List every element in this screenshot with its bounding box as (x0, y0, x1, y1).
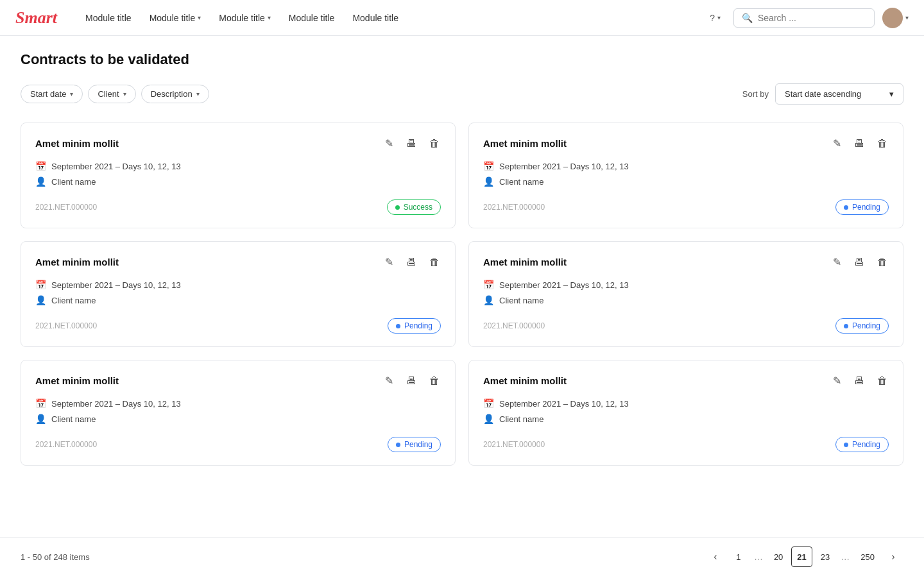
calendar-icon: 📅 (483, 280, 494, 290)
edit-button[interactable]: ✎ (832, 373, 843, 388)
person-icon: 👤 (35, 295, 46, 305)
card-date-row: 📅 September 2021 – Days 10, 12, 13 (35, 161, 441, 171)
badge-dot (396, 443, 400, 447)
contract-card: Amet minim mollit ✎ 🖶 🗑 📅 September 2021… (468, 241, 903, 347)
status-badge: Success (387, 199, 441, 215)
help-chevron-icon: ▾ (717, 14, 721, 21)
help-icon: ? (710, 13, 715, 23)
card-id: 2021.NET.000000 (35, 203, 97, 212)
card-footer: 2021.NET.000000 Pending (483, 318, 889, 334)
card-actions: ✎ 🖶 🗑 (384, 255, 441, 269)
card-date: September 2021 – Days 10, 12, 13 (51, 280, 181, 290)
card-client-row: 👤 Client name (35, 295, 441, 305)
filter-bar: Start date▾Client▾Description▾ Sort by S… (21, 83, 903, 105)
page-content: Contracts to be validated Start date▾Cli… (0, 36, 924, 481)
calendar-icon: 📅 (483, 398, 494, 409)
person-icon: 👤 (483, 414, 494, 424)
badge-dot (395, 205, 400, 210)
card-date-row: 📅 September 2021 – Days 10, 12, 13 (35, 398, 441, 409)
filter-button[interactable]: Client▾ (88, 85, 135, 103)
card-actions: ✎ 🖶 🗑 (384, 136, 441, 151)
sort-wrap: Sort by Start date ascending ▾ (742, 83, 903, 105)
print-button[interactable]: 🖶 (405, 255, 418, 269)
nav-chevron-icon: ▾ (198, 14, 201, 21)
card-id: 2021.NET.000000 (35, 321, 97, 330)
filter-button[interactable]: Start date▾ (21, 85, 83, 103)
calendar-icon: 📅 (35, 398, 46, 409)
delete-button[interactable]: 🗑 (428, 137, 441, 151)
edit-button[interactable]: ✎ (832, 255, 843, 269)
print-button[interactable]: 🖶 (405, 374, 418, 388)
nav-item[interactable]: Module title (78, 9, 139, 27)
delete-button[interactable]: 🗑 (428, 255, 441, 269)
card-meta: 📅 September 2021 – Days 10, 12, 13 👤 Cli… (35, 280, 441, 305)
card-date: September 2021 – Days 10, 12, 13 (51, 162, 181, 171)
filter-label: Description (151, 89, 193, 99)
card-client: Client name (499, 296, 543, 305)
card-id: 2021.NET.000000 (483, 321, 545, 330)
card-client: Client name (51, 414, 96, 424)
delete-button[interactable]: 🗑 (876, 374, 889, 388)
sort-select[interactable]: Start date ascending ▾ (775, 83, 903, 105)
edit-button[interactable]: ✎ (832, 136, 843, 151)
edit-button[interactable]: ✎ (384, 373, 395, 388)
card-meta: 📅 September 2021 – Days 10, 12, 13 👤 Cli… (483, 398, 889, 424)
print-button[interactable]: 🖶 (853, 255, 866, 269)
filter-chevron-icon: ▾ (196, 90, 200, 97)
avatar-wrap[interactable]: ▾ (882, 8, 909, 28)
delete-button[interactable]: 🗑 (876, 137, 889, 151)
delete-button[interactable]: 🗑 (876, 255, 889, 269)
card-client: Client name (499, 414, 543, 424)
search-icon: 🔍 (742, 13, 753, 23)
card-client-row: 👤 Client name (483, 414, 889, 424)
card-footer: 2021.NET.000000 Pending (483, 199, 889, 215)
card-date-row: 📅 September 2021 – Days 10, 12, 13 (483, 398, 889, 409)
filter-chevron-icon: ▾ (70, 90, 73, 97)
filter-label: Client (98, 89, 119, 99)
print-button[interactable]: 🖶 (405, 137, 418, 151)
nav-links: Module titleModule title▾Module title▾Mo… (78, 9, 684, 27)
search-input[interactable] (758, 13, 866, 23)
card-date: September 2021 – Days 10, 12, 13 (499, 162, 629, 171)
card-client: Client name (51, 177, 96, 187)
edit-button[interactable]: ✎ (384, 255, 395, 269)
print-button[interactable]: 🖶 (853, 374, 866, 388)
navbar-right: ? ▾ 🔍 ▾ (705, 8, 909, 28)
person-icon: 👤 (483, 176, 494, 187)
delete-button[interactable]: 🗑 (428, 374, 441, 388)
card-actions: ✎ 🖶 🗑 (384, 373, 441, 388)
person-icon: 👤 (35, 414, 46, 424)
calendar-icon: 📅 (483, 161, 494, 171)
badge-dot (844, 324, 848, 328)
logo[interactable]: Smart (15, 8, 57, 28)
card-client-row: 👤 Client name (35, 414, 441, 424)
card-title: Amet minim mollit (35, 138, 119, 149)
help-button[interactable]: ? ▾ (705, 9, 726, 27)
page-title: Contracts to be validated (21, 51, 903, 68)
print-button[interactable]: 🖶 (853, 137, 866, 151)
card-header: Amet minim mollit ✎ 🖶 🗑 (35, 373, 441, 388)
card-id: 2021.NET.000000 (483, 203, 545, 212)
card-id: 2021.NET.000000 (483, 440, 545, 449)
edit-button[interactable]: ✎ (384, 136, 395, 151)
sort-value: Start date ascending (785, 89, 861, 99)
nav-item[interactable]: Module title▾ (142, 9, 209, 27)
card-title: Amet minim mollit (483, 138, 567, 149)
card-actions: ✎ 🖶 🗑 (832, 373, 889, 388)
card-client-row: 👤 Client name (483, 176, 889, 187)
card-footer: 2021.NET.000000 Success (35, 199, 441, 215)
badge-dot (844, 443, 848, 447)
sort-chevron-icon: ▾ (889, 89, 894, 99)
nav-item[interactable]: Module title (281, 9, 343, 27)
card-id: 2021.NET.000000 (35, 440, 97, 449)
badge-label: Pending (852, 440, 880, 449)
status-badge: Pending (388, 437, 441, 452)
card-header: Amet minim mollit ✎ 🖶 🗑 (483, 136, 889, 151)
card-date-row: 📅 September 2021 – Days 10, 12, 13 (483, 280, 889, 290)
nav-item[interactable]: Module title (345, 9, 406, 27)
filter-button[interactable]: Description▾ (141, 85, 209, 103)
calendar-icon: 📅 (35, 280, 46, 290)
contract-card: Amet minim mollit ✎ 🖶 🗑 📅 September 2021… (468, 360, 903, 466)
card-header: Amet minim mollit ✎ 🖶 🗑 (35, 136, 441, 151)
nav-item[interactable]: Module title▾ (211, 9, 278, 27)
